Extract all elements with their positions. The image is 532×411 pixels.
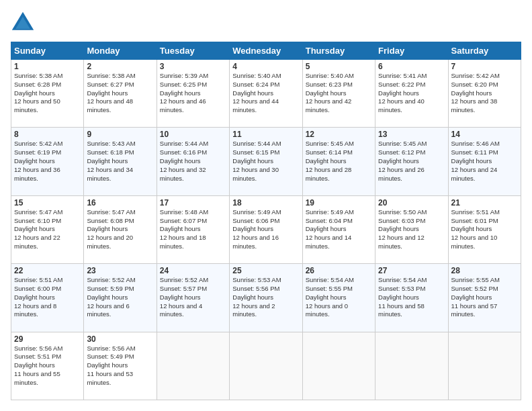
cell-info: Sunrise: 5:51 AMSunset: 6:00 PMDaylight … — [14, 276, 62, 318]
cell-info: Sunrise: 5:38 AMSunset: 6:27 PMDaylight … — [87, 72, 135, 113]
day-number: 11 — [232, 130, 299, 139]
calendar-cell: 12 Sunrise: 5:45 AMSunset: 6:14 PMDaylig… — [302, 128, 375, 195]
day-number: 23 — [87, 266, 153, 275]
col-header-wednesday: Wednesday — [230, 42, 302, 60]
calendar-cell: 7 Sunrise: 5:42 AMSunset: 6:20 PMDayligh… — [448, 60, 521, 128]
calendar-cell: 2 Sunrise: 5:38 AMSunset: 6:27 PMDayligh… — [84, 60, 157, 128]
cell-info: Sunrise: 5:40 AMSunset: 6:23 PMDaylight … — [306, 72, 354, 113]
calendar-cell: 20 Sunrise: 5:50 AMSunset: 6:03 PMDaylig… — [375, 195, 448, 263]
day-number: 22 — [14, 266, 81, 275]
calendar-week-5: 29 Sunrise: 5:56 AMSunset: 5:51 PMDaylig… — [11, 332, 521, 400]
day-number: 14 — [451, 130, 518, 139]
calendar-cell: 5 Sunrise: 5:40 AMSunset: 6:23 PMDayligh… — [302, 60, 375, 128]
calendar-cell: 8 Sunrise: 5:42 AMSunset: 6:19 PMDayligh… — [11, 128, 84, 195]
cell-info: Sunrise: 5:56 AMSunset: 5:49 PMDaylight … — [87, 345, 135, 386]
calendar-cell: 24 Sunrise: 5:52 AMSunset: 5:57 PMDaylig… — [157, 264, 229, 332]
calendar-week-3: 15 Sunrise: 5:47 AMSunset: 6:10 PMDaylig… — [11, 195, 521, 263]
day-number: 18 — [232, 198, 299, 208]
page: SundayMondayTuesdayWednesdayThursdayFrid… — [0, 0, 532, 411]
day-number: 1 — [14, 62, 81, 71]
col-header-saturday: Saturday — [448, 42, 521, 60]
calendar-cell — [375, 332, 448, 400]
day-number: 29 — [14, 334, 81, 344]
cell-info: Sunrise: 5:40 AMSunset: 6:24 PMDaylight … — [232, 72, 281, 113]
calendar-cell: 19 Sunrise: 5:49 AMSunset: 6:04 PMDaylig… — [302, 195, 375, 263]
cell-info: Sunrise: 5:38 AMSunset: 6:28 PMDaylight … — [14, 72, 62, 113]
calendar-cell: 14 Sunrise: 5:46 AMSunset: 6:11 PMDaylig… — [448, 128, 521, 195]
calendar-cell — [448, 332, 521, 400]
cell-info: Sunrise: 5:53 AMSunset: 5:56 PMDaylight … — [232, 276, 281, 318]
calendar-cell: 17 Sunrise: 5:48 AMSunset: 6:07 PMDaylig… — [157, 195, 229, 263]
col-header-tuesday: Tuesday — [157, 42, 229, 60]
calendar-week-2: 8 Sunrise: 5:42 AMSunset: 6:19 PMDayligh… — [11, 128, 521, 195]
calendar-cell: 18 Sunrise: 5:49 AMSunset: 6:06 PMDaylig… — [230, 195, 302, 263]
cell-info: Sunrise: 5:44 AMSunset: 6:15 PMDaylight … — [232, 140, 281, 181]
cell-info: Sunrise: 5:42 AMSunset: 6:19 PMDaylight … — [14, 140, 62, 181]
day-number: 21 — [451, 198, 518, 208]
cell-info: Sunrise: 5:52 AMSunset: 5:59 PMDaylight … — [87, 276, 135, 318]
day-number: 15 — [14, 198, 81, 208]
day-number: 17 — [160, 198, 226, 208]
calendar-cell: 23 Sunrise: 5:52 AMSunset: 5:59 PMDaylig… — [84, 264, 157, 332]
day-number: 16 — [87, 198, 153, 208]
cell-info: Sunrise: 5:49 AMSunset: 6:04 PMDaylight … — [306, 208, 354, 250]
cell-info: Sunrise: 5:48 AMSunset: 6:07 PMDaylight … — [160, 208, 208, 250]
cell-info: Sunrise: 5:47 AMSunset: 6:10 PMDaylight … — [14, 208, 62, 250]
day-number: 30 — [87, 334, 153, 344]
calendar-cell: 26 Sunrise: 5:54 AMSunset: 5:55 PMDaylig… — [302, 264, 375, 332]
day-number: 10 — [160, 130, 226, 139]
calendar-cell: 11 Sunrise: 5:44 AMSunset: 6:15 PMDaylig… — [230, 128, 302, 195]
cell-info: Sunrise: 5:43 AMSunset: 6:18 PMDaylight … — [87, 140, 135, 181]
cell-info: Sunrise: 5:41 AMSunset: 6:22 PMDaylight … — [378, 72, 427, 113]
calendar-cell: 28 Sunrise: 5:55 AMSunset: 5:52 PMDaylig… — [448, 264, 521, 332]
day-number: 4 — [232, 62, 299, 71]
calendar-cell: 1 Sunrise: 5:38 AMSunset: 6:28 PMDayligh… — [11, 60, 84, 128]
calendar-cell: 27 Sunrise: 5:54 AMSunset: 5:53 PMDaylig… — [375, 264, 448, 332]
col-header-monday: Monday — [84, 42, 157, 60]
cell-info: Sunrise: 5:42 AMSunset: 6:20 PMDaylight … — [451, 72, 500, 113]
cell-info: Sunrise: 5:46 AMSunset: 6:11 PMDaylight … — [451, 140, 500, 181]
calendar-cell: 21 Sunrise: 5:51 AMSunset: 6:01 PMDaylig… — [448, 195, 521, 263]
cell-info: Sunrise: 5:47 AMSunset: 6:08 PMDaylight … — [87, 208, 135, 250]
col-header-friday: Friday — [375, 42, 448, 60]
calendar-cell: 25 Sunrise: 5:53 AMSunset: 5:56 PMDaylig… — [230, 264, 302, 332]
calendar-week-4: 22 Sunrise: 5:51 AMSunset: 6:00 PMDaylig… — [11, 264, 521, 332]
day-number: 20 — [378, 198, 445, 208]
cell-info: Sunrise: 5:55 AMSunset: 5:52 PMDaylight … — [451, 276, 500, 318]
logo — [11, 11, 38, 35]
calendar-cell: 4 Sunrise: 5:40 AMSunset: 6:24 PMDayligh… — [230, 60, 302, 128]
day-number: 8 — [14, 130, 81, 139]
header — [11, 11, 521, 35]
calendar-table: SundayMondayTuesdayWednesdayThursdayFrid… — [11, 42, 521, 400]
day-number: 24 — [160, 266, 226, 275]
cell-info: Sunrise: 5:54 AMSunset: 5:55 PMDaylight … — [306, 276, 354, 318]
logo-icon — [11, 11, 35, 35]
calendar-cell: 10 Sunrise: 5:44 AMSunset: 6:16 PMDaylig… — [157, 128, 229, 195]
cell-info: Sunrise: 5:51 AMSunset: 6:01 PMDaylight … — [451, 208, 500, 250]
calendar-cell: 15 Sunrise: 5:47 AMSunset: 6:10 PMDaylig… — [11, 195, 84, 263]
day-number: 19 — [306, 198, 372, 208]
cell-info: Sunrise: 5:45 AMSunset: 6:12 PMDaylight … — [378, 140, 427, 181]
cell-info: Sunrise: 5:45 AMSunset: 6:14 PMDaylight … — [306, 140, 354, 181]
day-number: 5 — [306, 62, 372, 71]
cell-info: Sunrise: 5:54 AMSunset: 5:53 PMDaylight … — [378, 276, 427, 318]
calendar-cell: 13 Sunrise: 5:45 AMSunset: 6:12 PMDaylig… — [375, 128, 448, 195]
day-number: 9 — [87, 130, 153, 139]
calendar-cell: 16 Sunrise: 5:47 AMSunset: 6:08 PMDaylig… — [84, 195, 157, 263]
cell-info: Sunrise: 5:50 AMSunset: 6:03 PMDaylight … — [378, 208, 427, 250]
day-number: 13 — [378, 130, 445, 139]
cell-info: Sunrise: 5:52 AMSunset: 5:57 PMDaylight … — [160, 276, 208, 318]
day-number: 27 — [378, 266, 445, 275]
cell-info: Sunrise: 5:39 AMSunset: 6:25 PMDaylight … — [160, 72, 208, 113]
col-header-thursday: Thursday — [302, 42, 375, 60]
day-number: 12 — [306, 130, 372, 139]
col-header-sunday: Sunday — [11, 42, 84, 60]
calendar-cell: 3 Sunrise: 5:39 AMSunset: 6:25 PMDayligh… — [157, 60, 229, 128]
calendar-cell — [302, 332, 375, 400]
calendar-cell: 30 Sunrise: 5:56 AMSunset: 5:49 PMDaylig… — [84, 332, 157, 400]
day-number: 26 — [306, 266, 372, 275]
calendar-week-1: 1 Sunrise: 5:38 AMSunset: 6:28 PMDayligh… — [11, 60, 521, 128]
day-number: 3 — [160, 62, 226, 71]
day-number: 28 — [451, 266, 518, 275]
day-number: 6 — [378, 62, 445, 71]
